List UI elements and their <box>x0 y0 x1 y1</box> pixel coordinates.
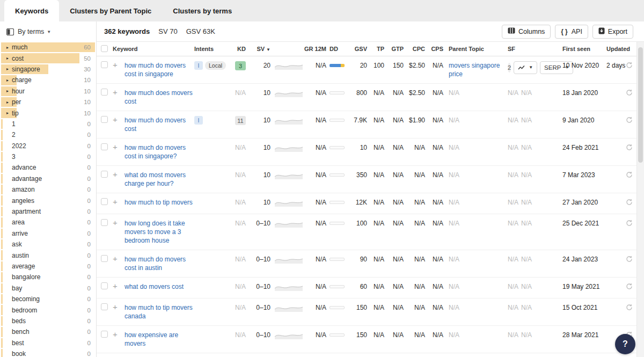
view-selector-dropdown[interactable]: By terms ▼ <box>0 21 96 42</box>
add-to-list-button[interactable]: + <box>113 219 125 227</box>
help-button[interactable]: ? <box>615 334 635 354</box>
sidebar-term-item[interactable]: becoming 0 <box>0 294 96 304</box>
tab-clusters-by-terms[interactable]: Clusters by terms <box>162 0 243 21</box>
keyword-link[interactable]: how expensive are movers <box>125 331 178 347</box>
sidebar-term-item[interactable]: 2 0 <box>0 129 96 140</box>
sidebar-term-item[interactable]: ▸ much 60 <box>0 42 96 53</box>
header-updated[interactable]: Updated <box>604 46 626 52</box>
refresh-button[interactable] <box>626 143 636 153</box>
add-to-list-button[interactable]: + <box>113 143 125 151</box>
expand-arrow-icon[interactable]: ▸ <box>6 45 12 50</box>
add-to-list-button[interactable]: + <box>113 171 125 178</box>
sidebar-term-item[interactable]: ▸ tip 10 <box>0 107 96 118</box>
refresh-button[interactable] <box>626 255 636 265</box>
row-checkbox[interactable] <box>101 116 108 123</box>
row-checkbox[interactable] <box>101 282 108 289</box>
header-cps[interactable]: CPS <box>425 46 443 52</box>
header-gtp[interactable]: GTP <box>384 46 404 52</box>
row-checkbox[interactable] <box>101 255 108 262</box>
position-history-button[interactable]: ▼ <box>514 61 537 74</box>
row-checkbox[interactable] <box>101 198 108 205</box>
add-to-list-button[interactable]: + <box>113 198 125 206</box>
row-checkbox[interactable] <box>101 331 108 338</box>
sidebar-term-item[interactable]: advance 0 <box>0 162 96 173</box>
keyword-link[interactable]: how much to tip movers canada <box>125 304 193 320</box>
expand-arrow-icon[interactable]: ▸ <box>6 111 12 115</box>
sidebar-term-item[interactable]: 3 0 <box>0 151 96 162</box>
header-gr12m[interactable]: GR 12M <box>302 46 326 52</box>
add-to-list-button[interactable]: + <box>113 303 125 311</box>
keyword-link[interactable]: how much do movers cost in singapore? <box>125 144 186 160</box>
keyword-link[interactable]: what do most movers charge per hour? <box>125 171 186 187</box>
select-all-checkbox[interactable] <box>101 45 108 52</box>
expand-arrow-icon[interactable]: ▸ <box>6 89 12 93</box>
row-checkbox[interactable] <box>101 303 108 310</box>
expand-arrow-icon[interactable]: ▸ <box>6 78 12 83</box>
add-to-list-button[interactable]: + <box>113 282 125 290</box>
add-to-list-button[interactable]: + <box>113 61 125 69</box>
header-parent-topic[interactable]: Parent Topic <box>443 46 502 52</box>
sidebar-term-item[interactable]: bangalore 0 <box>0 272 96 282</box>
sidebar-term-item[interactable]: apartment 0 <box>0 206 96 217</box>
sidebar-term-item[interactable]: ▸ per 10 <box>0 97 96 107</box>
expand-arrow-icon[interactable]: ▸ <box>6 100 12 105</box>
sidebar-term-item[interactable]: ▸ cost 50 <box>0 53 96 63</box>
row-checkbox[interactable] <box>101 89 108 96</box>
row-checkbox[interactable] <box>101 61 108 68</box>
header-sv[interactable]: SV▼ <box>246 46 270 52</box>
expand-arrow-icon[interactable]: ▸ <box>6 56 12 61</box>
sidebar-term-item[interactable]: amazon 0 <box>0 184 96 195</box>
tab-keywords[interactable]: Keywords <box>4 0 59 21</box>
sidebar-term-item[interactable]: ▸ hour 10 <box>0 86 96 97</box>
refresh-button[interactable] <box>626 61 636 71</box>
sidebar-term-item[interactable]: area 0 <box>0 217 96 228</box>
refresh-button[interactable] <box>626 282 636 292</box>
sidebar-term-item[interactable]: bedroom 0 <box>0 304 96 315</box>
tab-clusters-by-parent-topic[interactable]: Clusters by Parent Topic <box>59 0 162 21</box>
sidebar-term-item[interactable]: ask 0 <box>0 239 96 250</box>
refresh-button[interactable] <box>626 303 636 313</box>
refresh-button[interactable] <box>626 219 636 229</box>
parent-topic-link[interactable]: movers singapore price <box>449 62 500 78</box>
columns-button[interactable]: Columns <box>502 25 551 39</box>
keyword-link[interactable]: how much do movers cost <box>125 116 186 133</box>
keyword-link[interactable]: what do movers cost <box>125 283 184 290</box>
header-dd[interactable]: DD <box>326 46 345 52</box>
refresh-button[interactable] <box>626 116 636 126</box>
sidebar-term-item[interactable]: 2022 0 <box>0 141 96 151</box>
vertical-scrollbar[interactable] <box>636 42 644 357</box>
header-cpc[interactable]: CPC <box>404 46 425 52</box>
sidebar-term-item[interactable]: 1 0 <box>0 119 96 129</box>
sidebar-term-item[interactable]: book 0 <box>0 348 96 357</box>
header-tp[interactable]: TP <box>367 46 384 52</box>
refresh-button[interactable] <box>626 89 636 98</box>
add-to-list-button[interactable]: + <box>113 89 125 96</box>
keyword-link[interactable]: how much do movers cost in singapore <box>125 62 186 78</box>
keyword-link[interactable]: how much does movers cost <box>125 89 193 105</box>
expand-arrow-icon[interactable]: ▸ <box>6 67 12 71</box>
row-checkbox[interactable] <box>101 171 108 178</box>
sidebar-term-item[interactable]: ▸ charge 10 <box>0 75 96 85</box>
keyword-link[interactable]: how much do movers cost in austin <box>125 256 186 272</box>
header-intents[interactable]: Intents <box>194 46 226 52</box>
sidebar-term-item[interactable]: beds 0 <box>0 316 96 326</box>
sidebar-term-item[interactable]: advantage 0 <box>0 173 96 184</box>
header-sf[interactable]: SF <box>502 46 559 52</box>
sidebar-term-item[interactable]: best 0 <box>0 338 96 348</box>
sidebar-term-item[interactable]: ▸ singapore 30 <box>0 64 96 75</box>
sidebar-term-item[interactable]: bay 0 <box>0 283 96 294</box>
add-to-list-button[interactable]: + <box>113 116 125 123</box>
header-kd[interactable]: KD <box>226 46 246 52</box>
api-button[interactable]: { } API <box>555 25 588 39</box>
add-to-list-button[interactable]: + <box>113 255 125 263</box>
header-first-seen[interactable]: First seen <box>559 46 604 52</box>
header-keyword[interactable]: Keyword <box>113 46 194 52</box>
sidebar-term-item[interactable]: arrive 0 <box>0 228 96 239</box>
export-button[interactable]: Export <box>592 25 633 39</box>
refresh-button[interactable] <box>626 171 636 180</box>
sidebar-term-item[interactable]: austin 0 <box>0 250 96 260</box>
scrollbar-thumb[interactable] <box>638 47 643 163</box>
refresh-button[interactable] <box>626 198 636 208</box>
row-checkbox[interactable] <box>101 143 108 150</box>
sidebar-term-item[interactable]: angeles 0 <box>0 195 96 206</box>
